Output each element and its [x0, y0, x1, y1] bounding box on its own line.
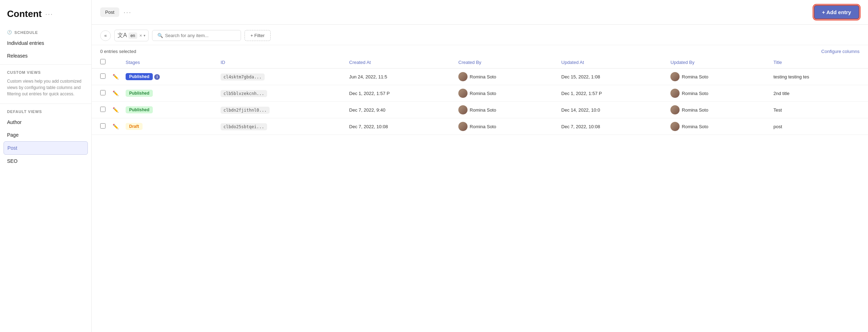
sidebar-item-individual-entries[interactable]: Individual entries [0, 37, 91, 49]
topbar: Post ··· + Add entry [92, 0, 868, 25]
stage-badge: Published [126, 73, 153, 80]
created-by-name: Romina Soto [470, 124, 496, 129]
schedule-section-label: 🕐 SCHEDULE [0, 26, 91, 37]
table-row: ✏️ Published clbdn2fjithnl0... Dec 7, 20… [92, 102, 868, 118]
sidebar-title: Content [7, 8, 42, 19]
sidebar-item-releases[interactable]: Releases [0, 49, 91, 62]
row-id-cell: cl4sktm7gbda... [217, 69, 345, 85]
row-updated-by-cell: Romina Soto [667, 85, 770, 102]
row-created-at-cell: Jun 24, 2022, 11:5 [346, 69, 455, 85]
sidebar-item-page[interactable]: Page [0, 129, 91, 141]
avatar [458, 122, 468, 131]
row-updated-at-cell: Dec 1, 2022, 1:57 P [558, 85, 667, 102]
search-box[interactable]: 🔍 [152, 30, 241, 41]
sidebar-title-area: Content ··· [0, 8, 91, 26]
row-checkbox[interactable] [100, 73, 106, 79]
collapse-sidebar-button[interactable]: « [100, 30, 111, 41]
row-created-at-cell: Dec 7, 2022, 9:40 [346, 102, 455, 118]
topbar-more-icon[interactable]: ··· [123, 8, 132, 16]
language-selector[interactable]: 文A en × ▾ [114, 30, 149, 41]
row-id-cell: clbdn2fjithnl0... [217, 102, 345, 118]
custom-views-description: Custom views help you add customized vie… [0, 77, 91, 101]
row-edit-cell[interactable]: ✏️ [109, 102, 122, 118]
stage-badge: Draft [126, 123, 143, 130]
col-created-by: Created By [455, 56, 558, 69]
avatar [670, 72, 680, 81]
col-stages: Stages [122, 56, 217, 69]
created-by-user: Romina Soto [458, 89, 554, 98]
row-stage-cell: Publishedi [122, 69, 217, 85]
row-created-by-cell: Romina Soto [455, 69, 558, 85]
info-icon: i [154, 74, 160, 80]
row-checkbox-cell[interactable] [92, 102, 109, 118]
topbar-left: Post ··· [100, 7, 132, 17]
filterbar: « 文A en × ▾ 🔍 + Filter [92, 25, 868, 45]
row-edit-cell[interactable]: ✏️ [109, 69, 122, 85]
row-checkbox[interactable] [100, 90, 106, 95]
language-tag: en [128, 32, 137, 39]
row-checkbox[interactable] [100, 107, 106, 112]
created-by-name: Romina Soto [470, 74, 496, 79]
row-checkbox-cell[interactable] [92, 118, 109, 135]
edit-icon[interactable]: ✏️ [113, 90, 119, 96]
updated-by-user: Romina Soto [670, 105, 766, 114]
created-by-name: Romina Soto [470, 91, 496, 96]
edit-icon[interactable]: ✏️ [113, 124, 119, 129]
row-updated-by-cell: Romina Soto [667, 118, 770, 135]
row-id-cell: clbdo25sbtqei... [217, 118, 345, 135]
row-title-cell: Test [770, 102, 868, 118]
updated-by-name: Romina Soto [682, 107, 708, 113]
row-checkbox-cell[interactable] [92, 85, 109, 102]
col-title: Title [770, 56, 868, 69]
entry-id: clbdo25sbtqei... [221, 123, 267, 130]
stage-badge: Published [126, 90, 153, 97]
entries-selected-count: 0 entries selected [100, 49, 136, 54]
configure-columns-button[interactable]: Configure columns [821, 49, 860, 54]
col-id: ID [217, 56, 345, 69]
search-icon: 🔍 [157, 33, 163, 38]
search-input[interactable] [165, 33, 236, 38]
row-created-by-cell: Romina Soto [455, 85, 558, 102]
chevron-down-icon: ▾ [144, 34, 145, 37]
select-all-checkbox[interactable] [100, 59, 106, 64]
stage-badge: Published [126, 106, 153, 113]
remove-language-button[interactable]: × [139, 33, 142, 38]
post-tab[interactable]: Post [100, 7, 119, 17]
avatar [458, 89, 468, 98]
row-updated-by-cell: Romina Soto [667, 102, 770, 118]
edit-icon[interactable]: ✏️ [113, 107, 119, 113]
row-edit-cell[interactable]: ✏️ [109, 85, 122, 102]
table-row: ✏️ Publishedi cl4sktm7gbda... Jun 24, 20… [92, 69, 868, 85]
clock-icon: 🕐 [7, 30, 12, 35]
sidebar-item-post[interactable]: Post [4, 141, 88, 155]
sidebar-more-icon[interactable]: ··· [45, 10, 53, 18]
avatar [670, 105, 680, 114]
sidebar: Content ··· 🕐 SCHEDULE Individual entrie… [0, 0, 92, 332]
select-all-header[interactable] [92, 56, 109, 69]
row-checkbox[interactable] [100, 123, 106, 129]
col-created-at: Created At [346, 56, 455, 69]
row-created-at-cell: Dec 1, 2022, 1:57 P [346, 85, 455, 102]
row-stage-cell: Published [122, 102, 217, 118]
entry-id: clb5blvzekcnh... [221, 90, 267, 97]
avatar [670, 89, 680, 98]
sidebar-item-author[interactable]: Author [0, 116, 91, 129]
add-entry-button[interactable]: + Add entry [814, 5, 860, 19]
entry-id: clbdn2fjithnl0... [221, 107, 270, 114]
row-title-cell: post [770, 118, 868, 135]
updated-by-name: Romina Soto [682, 91, 708, 96]
avatar [458, 72, 468, 81]
avatar [458, 105, 468, 114]
default-views-label: DEFAULT VIEWS [0, 106, 91, 116]
row-edit-cell[interactable]: ✏️ [109, 118, 122, 135]
created-by-user: Romina Soto [458, 122, 554, 131]
table-row: ✏️ Draft clbdo25sbtqei... Dec 7, 2022, 1… [92, 118, 868, 135]
filter-button[interactable]: + Filter [245, 30, 271, 41]
sidebar-item-seo[interactable]: SEO [0, 155, 91, 167]
edit-icon[interactable]: ✏️ [113, 74, 119, 79]
row-updated-by-cell: Romina Soto [667, 69, 770, 85]
created-by-user: Romina Soto [458, 105, 554, 114]
custom-views-label: CUSTOM VIEWS [0, 67, 91, 77]
table-row: ✏️ Published clb5blvzekcnh... Dec 1, 202… [92, 85, 868, 102]
row-checkbox-cell[interactable] [92, 69, 109, 85]
